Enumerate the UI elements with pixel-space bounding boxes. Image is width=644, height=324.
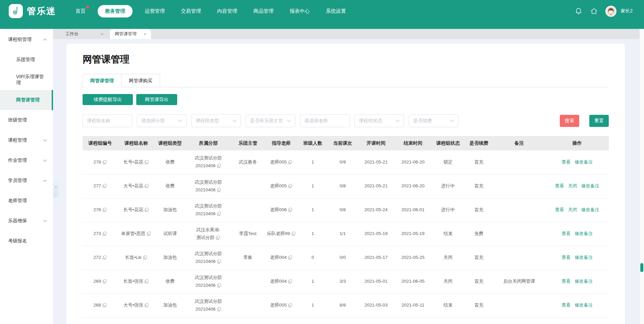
nav-item-report-center[interactable]: 报表中心 (286, 5, 314, 17)
col-header-id: 课程组编号 (83, 136, 118, 150)
sidebar-collapse-handle[interactable]: ‹ (53, 176, 59, 198)
workspace-tab-0[interactable]: 工作台× (59, 29, 110, 39)
action-view-link[interactable]: 查看 (561, 303, 571, 308)
action-close-link[interactable]: 关闭 (568, 207, 577, 212)
copy-icon[interactable] (102, 255, 107, 260)
action-edit-remark-link[interactable]: 修改备注 (575, 255, 593, 260)
sidebar-item-teacher-mgmt[interactable]: 老师管理 (0, 191, 53, 211)
close-icon[interactable]: × (101, 32, 103, 37)
action-view-link[interactable]: 查看 (561, 159, 571, 165)
nav-item-trade-mgmt[interactable]: 交易管理 (177, 5, 205, 17)
copy-icon[interactable] (288, 303, 292, 307)
copy-icon[interactable] (288, 255, 292, 260)
nav-item-home[interactable]: 首页 (71, 5, 90, 17)
filter-group-status-select[interactable]: 课程组状态 (354, 114, 404, 127)
filter-group-type-select[interactable]: 课程组类型 (191, 114, 241, 127)
nav-item-goods-mgmt[interactable]: 商品管理 (249, 5, 278, 17)
close-icon[interactable]: × (144, 32, 146, 37)
copy-icon[interactable] (217, 283, 221, 287)
copy-icon[interactable] (217, 259, 221, 264)
subtab-course-purchase[interactable]: 网管课购买 (121, 74, 160, 87)
filter-has-leader-select[interactable]: 是否有乐团主管 (246, 114, 295, 127)
copy-icon[interactable] (144, 207, 149, 212)
sidebar-item-class-mgmt[interactable]: 班级管理 (0, 110, 53, 130)
copy-icon[interactable] (217, 307, 221, 311)
subtab-course-mgmt[interactable]: 网管课管理 (83, 74, 121, 87)
action-view-link[interactable]: 查看 (555, 183, 564, 188)
home-icon[interactable] (590, 7, 598, 15)
sidebar-item-course-mgmt[interactable]: 课程管理 (0, 130, 53, 150)
copy-icon[interactable] (144, 160, 149, 164)
action-edit-remark-link[interactable]: 修改备注 (575, 279, 593, 284)
sidebar-item-exam-signup[interactable]: 考级报名 (0, 231, 53, 251)
filter-teacher-input[interactable]: 请选择老师 (300, 114, 350, 127)
action-edit-remark-link[interactable]: 修改备注 (575, 303, 593, 308)
action-edit-remark-link[interactable]: 修改备注 (575, 159, 593, 165)
cell-type: 加油包 (155, 293, 186, 317)
sidebar-item-course-group-mgmt[interactable]: 课程组管理 (0, 30, 53, 50)
cell-remark (493, 150, 546, 174)
copy-icon[interactable] (288, 160, 292, 164)
sidebar-item-orchestra-mgmt[interactable]: 乐团管理 (0, 50, 53, 70)
scrollbar-thumb[interactable] (640, 263, 643, 272)
nav-item-content-mgmt[interactable]: 内容管理 (213, 5, 241, 17)
nav-item-edu-mgmt[interactable]: 教务管理 (98, 5, 133, 17)
cell-id: 277 (83, 174, 118, 198)
cell-actions: 查看关闭修改备注 (546, 198, 609, 222)
window-scrollbar[interactable] (639, 29, 644, 324)
copy-icon[interactable] (102, 279, 107, 283)
copy-icon[interactable] (102, 184, 107, 188)
action-edit-remark-link[interactable]: 修改备注 (581, 207, 599, 212)
copy-icon[interactable] (288, 184, 292, 188)
bell-icon[interactable] (575, 7, 583, 15)
action-view-link[interactable]: 查看 (561, 231, 571, 236)
copy-icon[interactable] (147, 231, 151, 236)
copy-icon[interactable] (217, 212, 221, 216)
sidebar-item-instrument-maintenance[interactable]: 乐器维保 (0, 211, 53, 231)
workspace-tab-1[interactable]: 网管课管理× (110, 29, 151, 39)
cell-type: 加油包 (155, 198, 186, 222)
copy-icon[interactable] (216, 235, 220, 240)
chevron-down-icon (287, 120, 291, 122)
course-export-button[interactable]: 网管课导出 (136, 94, 177, 105)
sidebar-item-vip-theory-mgmt[interactable]: VIP/乐理课管理 (0, 70, 53, 90)
copy-icon[interactable] (217, 188, 221, 192)
filter-renew-select[interactable]: 是否续费 (409, 114, 458, 127)
copy-icon[interactable] (102, 160, 107, 164)
copy-icon[interactable] (291, 231, 296, 236)
search-button[interactable]: 搜索 (560, 115, 579, 127)
copy-icon[interactable] (144, 303, 149, 307)
cell-status: 结束 (431, 222, 464, 246)
action-view-link[interactable]: 查看 (561, 279, 571, 284)
sidebar-item-homework-mgmt[interactable]: 作业管理 (0, 150, 53, 171)
action-edit-remark-link[interactable]: 修改备注 (581, 183, 599, 188)
nav-item-operation-mgmt[interactable]: 运营管理 (141, 5, 169, 17)
reset-button[interactable]: 重置 (589, 115, 609, 127)
cell-teacher: 乐队老师99 (264, 222, 298, 246)
filter-group-name-input[interactable]: 课程组名称 (83, 114, 132, 127)
filter-branch-select[interactable]: 请选择分部 (137, 114, 187, 127)
copy-icon[interactable] (102, 207, 107, 212)
action-close-link[interactable]: 关闭 (568, 183, 577, 188)
action-edit-remark-link[interactable]: 修改备注 (575, 231, 593, 236)
renew-export-button[interactable]: 续费提醒导出 (83, 94, 133, 105)
action-view-link[interactable]: 查看 (561, 255, 571, 260)
copy-icon[interactable] (217, 164, 221, 168)
copy-icon[interactable] (288, 279, 292, 283)
copy-icon[interactable] (144, 184, 149, 188)
copy-icon[interactable] (288, 207, 292, 212)
copy-icon[interactable] (102, 231, 107, 236)
top-header: 管乐迷 首页教务管理运营管理交易管理内容管理商品管理报表中心系统设置 家长2 (0, 0, 644, 29)
user-avatar[interactable] (605, 6, 616, 17)
copy-icon[interactable] (144, 279, 149, 283)
nav-item-system-settings[interactable]: 系统设置 (322, 5, 350, 17)
sidebar-item-online-course-mgmt[interactable]: 网管课管理 (0, 90, 53, 110)
action-view-link[interactable]: 查看 (555, 207, 564, 212)
table-row: 单簧管•VIP1武汉测试分部 (83, 317, 609, 324)
col-header-start: 开课时间 (358, 136, 395, 150)
sidebar-item-student-mgmt[interactable]: 学员管理 (0, 171, 53, 191)
username[interactable]: 家长2 (621, 8, 633, 14)
cell-students: 1 (298, 293, 328, 317)
copy-icon[interactable] (102, 303, 107, 307)
copy-icon[interactable] (143, 255, 147, 260)
